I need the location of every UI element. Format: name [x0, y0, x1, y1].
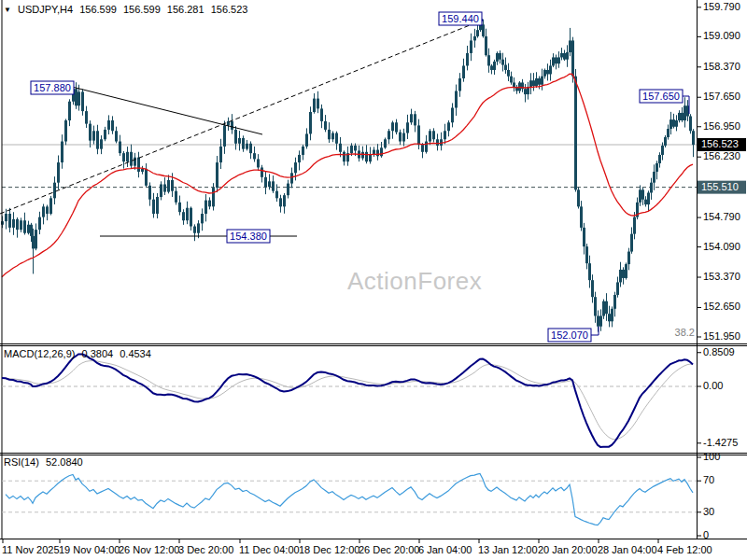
svg-text:28 Jan 04:00: 28 Jan 04:00: [598, 544, 657, 555]
svg-text:157.650: 157.650: [703, 91, 740, 102]
quote-close: 156.523: [211, 4, 248, 15]
macd-name: MACD(12,26,9): [4, 348, 75, 359]
svg-text:100: 100: [703, 451, 720, 462]
svg-text:159.440: 159.440: [442, 13, 479, 24]
svg-text:152.650: 152.650: [703, 301, 740, 312]
svg-text:4 Feb 12:00: 4 Feb 12:00: [657, 544, 712, 555]
svg-text:157.650: 157.650: [642, 91, 680, 102]
svg-text:159.090: 159.090: [703, 30, 740, 41]
svg-text:18 Dec 12:00: 18 Dec 12:00: [299, 544, 359, 555]
quote-line: ▼ USDJPY,H4 156.599 156.599 156.281 156.…: [4, 4, 251, 15]
svg-text:26 Nov 12:00: 26 Nov 12:00: [119, 544, 179, 555]
time-axis[interactable]: 11 Nov 202519 Nov 04:0026 Nov 12:003 Dec…: [2, 539, 712, 555]
macd-axis[interactable]: 0.85090.00-1.4275: [698, 346, 738, 448]
level-label-157650[interactable]: 157.650: [640, 90, 683, 103]
svg-text:19 Nov 04:00: 19 Nov 04:00: [59, 544, 120, 555]
quote-open: 156.599: [79, 4, 117, 15]
svg-text:30: 30: [703, 506, 714, 517]
svg-text:155.510: 155.510: [701, 181, 739, 192]
rsi-indicator-label: RSI(14) 52.0840: [4, 456, 87, 468]
level-label-159440[interactable]: 159.440: [439, 12, 482, 25]
rsi-name: RSI(14): [4, 456, 39, 468]
svg-text:159.790: 159.790: [703, 1, 740, 12]
svg-text:11 Nov 2025: 11 Nov 2025: [2, 544, 60, 555]
price-levels: [2, 145, 697, 188]
moving-average-line: [2, 74, 693, 277]
level-label-157880[interactable]: 157.880: [31, 81, 74, 94]
svg-text:6 Jan 04:00: 6 Jan 04:00: [418, 544, 472, 555]
svg-text:20 Jan 20:00: 20 Jan 20:00: [538, 544, 598, 555]
svg-text:11 Dec 04:00: 11 Dec 04:00: [239, 544, 300, 555]
fib-retracement-label: 38.2: [675, 327, 695, 338]
svg-text:153.370: 153.370: [703, 271, 740, 282]
svg-text:156.230: 156.230: [703, 150, 740, 161]
broker-watermark: ActionForex: [347, 267, 482, 296]
svg-text:152.070: 152.070: [551, 329, 588, 341]
svg-text:38.2: 38.2: [675, 327, 695, 338]
macd-panel[interactable]: [2, 354, 697, 447]
svg-text:3 Dec 20:00: 3 Dec 20:00: [178, 544, 233, 555]
svg-text:156.950: 156.950: [703, 120, 740, 132]
quote-high: 156.599: [123, 4, 161, 15]
rsi-value: 52.0840: [46, 456, 83, 468]
macd-indicator-label: MACD(12,26,9) 0.3804 0.4534: [4, 348, 155, 359]
svg-text:0.00: 0.00: [703, 380, 723, 391]
price-badge-156523: 156.523: [698, 138, 746, 151]
svg-text:13 Jan 12:00: 13 Jan 12:00: [478, 544, 538, 555]
price-badge-155510: 155.510: [698, 181, 746, 194]
rsi-line: [6, 474, 693, 525]
svg-text:154.380: 154.380: [230, 231, 267, 242]
svg-text:26 Dec 20:00: 26 Dec 20:00: [359, 544, 419, 555]
macd-main-line: [2, 354, 693, 447]
svg-text:154.090: 154.090: [703, 241, 740, 252]
rsi-axis[interactable]: 10070300: [698, 451, 720, 540]
quote-low: 156.281: [167, 4, 204, 15]
svg-text:0: 0: [703, 529, 709, 540]
symbol-dropdown-marker[interactable]: ▼: [4, 6, 11, 14]
rsi-panel[interactable]: [2, 474, 697, 525]
svg-text:158.370: 158.370: [703, 61, 740, 72]
svg-text:157.880: 157.880: [34, 82, 71, 93]
svg-text:0.8509: 0.8509: [703, 346, 735, 357]
price-axis[interactable]: 159.790159.090158.370157.650156.950156.2…: [698, 1, 746, 342]
macd-value-main: 0.3804: [81, 348, 113, 359]
symbol-timeframe: USDJPY,H4: [18, 4, 73, 15]
trading-chart-window: 157.880159.440157.650154.380152.07038.21…: [0, 0, 747, 560]
svg-text:70: 70: [703, 474, 714, 485]
level-label-152070[interactable]: 152.070: [548, 329, 591, 342]
svg-text:-1.4275: -1.4275: [703, 437, 738, 448]
macd-value-signal: 0.4534: [120, 348, 151, 359]
svg-text:151.950: 151.950: [703, 330, 740, 342]
svg-text:156.523: 156.523: [701, 138, 739, 149]
svg-text:154.790: 154.790: [703, 211, 740, 222]
level-label-154380[interactable]: 154.380: [227, 230, 270, 243]
